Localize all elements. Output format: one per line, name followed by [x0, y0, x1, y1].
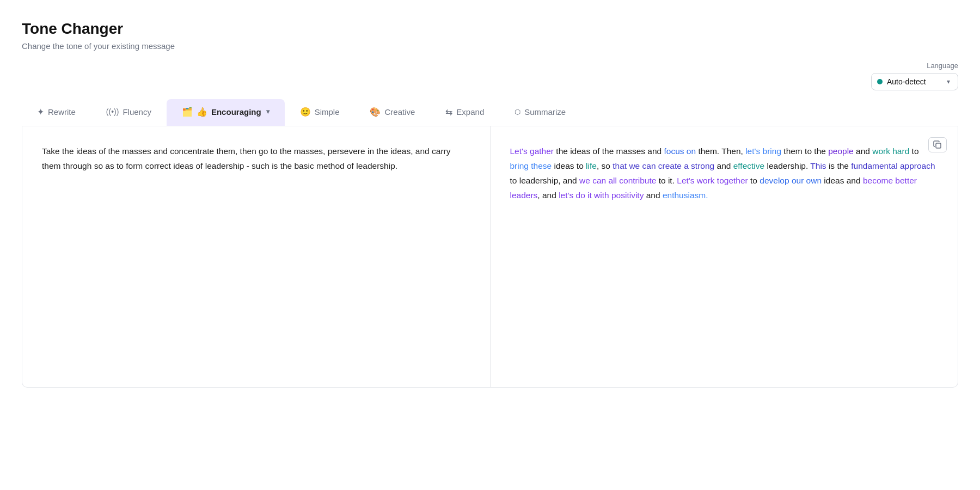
tab-expand-label: Expand [456, 107, 484, 117]
tab-simple[interactable]: 🙂 Simple [285, 99, 355, 126]
tab-creative[interactable]: 🎨 Creative [354, 99, 430, 126]
tab-bar: ✦ Rewrite ((•)) Fluency 🗂️ 👍 Encouraging… [22, 99, 958, 126]
language-row: Language Auto-detect ▾ [22, 62, 958, 90]
copy-icon [933, 140, 942, 149]
creative-icon: 🎨 [370, 107, 381, 117]
result-text: Let's gather the ideas of the masses and… [510, 144, 939, 203]
result-text-panel: Let's gather the ideas of the masses and… [491, 126, 958, 387]
tab-encouraging-label: Encouraging [211, 107, 261, 117]
tab-fluency[interactable]: ((•)) Fluency [91, 100, 167, 125]
tab-expand[interactable]: ⇆ Expand [430, 99, 499, 126]
original-text-panel: Take the ideas of the masses and concent… [22, 126, 491, 387]
rewrite-icon: ✦ [37, 107, 44, 117]
encouraging-chevron-icon: ▾ [266, 108, 270, 115]
language-label: Language [927, 62, 958, 70]
page-container: Tone Changer Change the tone of your exi… [0, 0, 980, 490]
copy-button[interactable] [928, 137, 947, 152]
expand-icon: ⇆ [445, 107, 452, 117]
tab-simple-label: Simple [315, 107, 340, 117]
fluency-icon: ((•)) [106, 107, 119, 116]
header: Tone Changer Change the tone of your exi… [22, 20, 958, 51]
tab-creative-label: Creative [384, 107, 415, 117]
language-selector-wrap: Language Auto-detect ▾ [871, 62, 958, 90]
selector-left: Auto-detect [877, 77, 926, 86]
tab-rewrite-label: Rewrite [48, 107, 76, 117]
svg-rect-0 [936, 143, 941, 148]
tab-encouraging[interactable]: 🗂️ 👍 Encouraging ▾ [167, 99, 285, 126]
language-chevron-icon: ▾ [947, 78, 950, 85]
tab-summarize-label: Summarize [524, 107, 566, 117]
simple-icon: 🙂 [300, 107, 311, 117]
auto-detect-dot [877, 79, 883, 84]
content-area: Take the ideas of the masses and concent… [22, 126, 958, 388]
language-selector[interactable]: Auto-detect ▾ [871, 73, 958, 90]
summarize-icon: ⬡ [514, 108, 520, 116]
tab-summarize[interactable]: ⬡ Summarize [499, 100, 581, 125]
encouraging-emoji: 👍 [197, 107, 207, 117]
language-value: Auto-detect [887, 77, 926, 86]
page-title: Tone Changer [22, 20, 958, 38]
encouraging-icon: 🗂️ [182, 107, 193, 117]
tab-rewrite[interactable]: ✦ Rewrite [22, 99, 91, 126]
tab-fluency-label: Fluency [122, 107, 151, 117]
page-subtitle: Change the tone of your existing message [22, 41, 958, 51]
original-text: Take the ideas of the masses and concent… [42, 144, 470, 173]
